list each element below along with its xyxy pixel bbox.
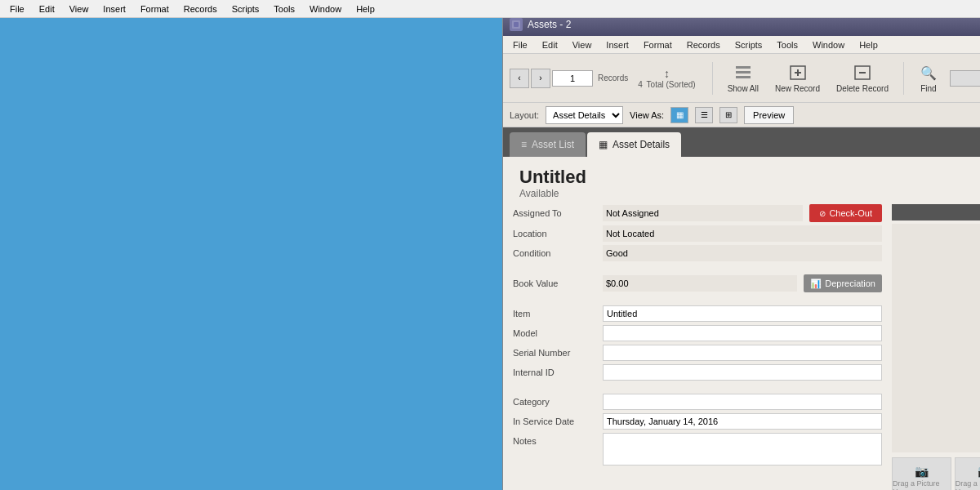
bg-menu-tools[interactable]: Tools <box>267 2 301 16</box>
tab-asset-list[interactable]: ≡ Asset List <box>510 132 586 157</box>
item-field[interactable] <box>603 305 882 322</box>
condition-value[interactable]: Good <box>603 245 882 261</box>
toolbar: ‹ › Records ↕ 4 Total (Sorted) <box>503 54 980 103</box>
view-table-button[interactable]: ⊞ <box>719 107 737 123</box>
menu-view[interactable]: View <box>566 38 599 51</box>
asset-list-tab-icon: ≡ <box>521 139 527 150</box>
svg-rect-8 <box>514 22 519 27</box>
new-record-button[interactable]: New Record <box>770 61 825 95</box>
content-area: Untitled Available Assigned To Not Assig… <box>503 157 980 490</box>
assigned-to-row: Assigned To Not Assigned ⊘ Check-Out <box>513 204 882 222</box>
menu-file[interactable]: File <box>506 38 534 51</box>
preview-button[interactable]: Preview <box>744 106 794 124</box>
total-count: 4 <box>638 80 643 89</box>
model-label: Model <box>513 328 603 338</box>
main-image-area[interactable] <box>892 224 980 452</box>
serial-number-row: Serial Number <box>513 345 882 361</box>
bg-menu-records[interactable]: Records <box>177 2 224 16</box>
location-row: Location Not Located <box>513 225 882 242</box>
bg-menu-edit[interactable]: Edit <box>33 2 61 16</box>
internal-id-field[interactable] <box>603 364 882 381</box>
checkout-icon: ⊘ <box>819 209 826 218</box>
condition-label: Condition <box>513 248 603 258</box>
tab-asset-details[interactable]: ▦ Asset Details <box>587 132 681 157</box>
bg-menu-view[interactable]: View <box>63 2 96 16</box>
menu-edit[interactable]: Edit <box>536 38 564 51</box>
depreciation-icon: 📊 <box>810 278 822 289</box>
assigned-to-value[interactable]: Not Assigned <box>603 205 803 221</box>
layout-label: Layout: <box>510 110 539 120</box>
location-value[interactable]: Not Located <box>603 225 882 242</box>
find-icon: 🔍 <box>919 63 938 82</box>
form-section: Assigned To Not Assigned ⊘ Check-Out <box>513 204 892 490</box>
menu-help[interactable]: Help <box>853 38 884 51</box>
show-all-icon <box>733 63 753 82</box>
model-row: Model <box>513 325 882 341</box>
menu-records[interactable]: Records <box>680 38 727 51</box>
book-value-row: Book Value $0.00 📊 Depreciation <box>513 274 882 292</box>
image-section: No Picture Selected <box>892 204 980 490</box>
thumbnail-1[interactable]: 📷 Drag a Picture Here <box>892 457 951 490</box>
menu-insert[interactable]: Insert <box>599 38 635 51</box>
book-value[interactable]: $0.00 <box>603 275 797 292</box>
new-record-icon <box>788 63 808 82</box>
view-list-button[interactable]: ☰ <box>695 107 713 123</box>
window-title: Assets - 2 <box>528 19 571 30</box>
navigation-controls: ‹ › Records <box>510 69 628 88</box>
notes-label: Notes <box>513 433 603 446</box>
notes-field[interactable] <box>603 433 882 466</box>
depreciation-button[interactable]: 📊 Depreciation <box>804 274 882 292</box>
next-record-button[interactable]: › <box>531 69 550 88</box>
total-icon: ↕ <box>638 67 695 80</box>
menu-scripts[interactable]: Scripts <box>728 38 769 51</box>
svg-rect-11 <box>736 76 751 78</box>
delete-record-icon <box>853 63 872 82</box>
bg-menu-insert[interactable]: Insert <box>96 2 132 16</box>
image-header: No Picture Selected <box>892 204 980 220</box>
view-as-label: View As: <box>630 110 664 120</box>
layout-bar: Layout: Asset Details View As: ▦ ☰ ⊞ Pre… <box>503 103 980 127</box>
assigned-to-label: Assigned To <box>513 208 603 218</box>
menu-format[interactable]: Format <box>637 38 679 51</box>
bg-menu-help[interactable]: Help <box>350 2 381 16</box>
asset-title: Untitled <box>519 167 980 188</box>
bg-menu-scripts[interactable]: Scripts <box>225 2 266 16</box>
category-field[interactable] <box>603 394 882 410</box>
menu-window[interactable]: Window <box>806 38 851 51</box>
menu-tools[interactable]: Tools <box>770 38 804 51</box>
model-field[interactable] <box>603 325 882 341</box>
delete-record-button[interactable]: Delete Record <box>831 61 893 95</box>
record-number-input[interactable] <box>552 70 593 87</box>
condition-row: Condition Good <box>513 245 882 261</box>
main-window: Assets - 2 ─ □ ✕ File Edit View Insert F… <box>249 4 719 490</box>
checkout-button[interactable]: ⊘ Check-Out <box>809 204 882 222</box>
find-search-box[interactable] <box>950 70 980 87</box>
app-icon <box>510 18 523 31</box>
main-content: Assigned To Not Assigned ⊘ Check-Out <box>503 204 980 490</box>
layout-select[interactable]: Asset Details <box>546 106 623 124</box>
find-button[interactable]: 🔍 Find <box>914 61 943 95</box>
in-service-date-field[interactable] <box>603 413 882 430</box>
total-sorted-label: Total (Sorted) <box>647 80 696 89</box>
notes-row: Notes <box>513 433 882 466</box>
show-all-label: Show All <box>728 84 759 93</box>
bg-menu-format[interactable]: Format <box>134 2 176 16</box>
bg-menu-file[interactable]: File <box>3 2 31 16</box>
tab-bar: ≡ Asset List ▦ Asset Details 🕐 History ✉… <box>503 127 980 157</box>
item-row: Item <box>513 305 882 322</box>
svg-rect-10 <box>736 71 751 74</box>
serial-number-field[interactable] <box>603 345 882 361</box>
book-value-label: Book Value <box>513 278 603 288</box>
svg-rect-9 <box>736 66 751 69</box>
box-illustration <box>965 256 980 420</box>
menu-bar: File Edit View Insert Format Records Scr… <box>503 36 980 54</box>
item-label: Item <box>513 309 603 318</box>
delete-record-label: Delete Record <box>836 84 889 93</box>
location-label: Location <box>513 229 603 238</box>
bg-menu-window[interactable]: Window <box>303 2 348 16</box>
prev-record-button[interactable]: ‹ <box>510 69 529 88</box>
show-all-button[interactable]: Show All <box>723 61 764 95</box>
view-form-button[interactable]: ▦ <box>670 107 688 123</box>
thumbnail-2[interactable]: 📷 Drag a Picture Here <box>955 457 980 490</box>
in-service-date-label: In Service Date <box>513 416 603 426</box>
